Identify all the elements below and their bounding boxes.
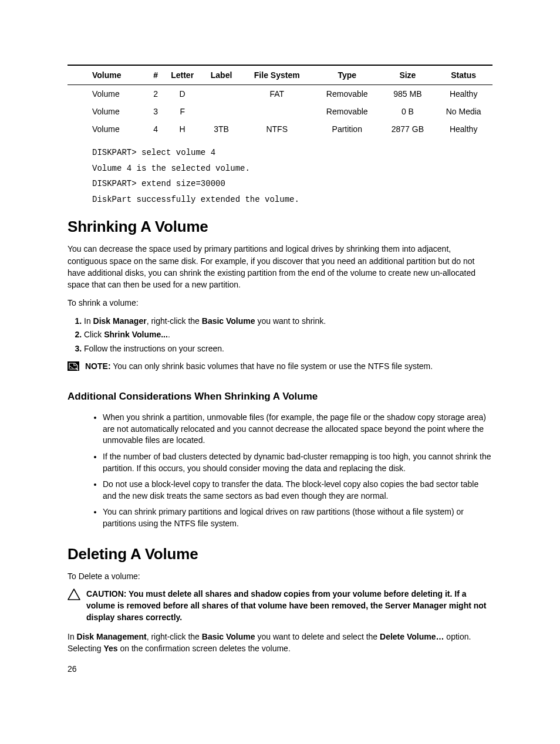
table-header-row: Volume # Letter Label File System Type S…: [68, 65, 492, 85]
step-3: Follow the instructions on your screen.: [84, 342, 492, 356]
delete-lead: To Delete a volume:: [68, 570, 492, 582]
list-item: You can shrink primary partitions and lo…: [103, 504, 492, 532]
caution-icon: [68, 589, 80, 600]
note-text: NOTE: You can only shrink basic volumes …: [85, 361, 433, 373]
list-item: If the number of bad clusters detected b…: [103, 449, 492, 476]
col-filesystem: File System: [240, 65, 313, 85]
heading-shrinking: Shrinking A Volume: [68, 218, 492, 236]
step-1: In Disk Manager, right-click the Basic V…: [84, 314, 492, 329]
caution: CAUTION: You must delete all shares and …: [68, 588, 492, 624]
table-row: Volume 3 F Removable 0 B No Media: [68, 103, 492, 120]
delete-para: In Disk Management, right-click the Basi…: [68, 631, 492, 655]
heading-deleting: Deleting A Volume: [68, 545, 492, 563]
step-2: Click Shrink Volume....: [84, 328, 492, 342]
caution-text: CAUTION: You must delete all shares and …: [86, 588, 492, 624]
shrink-intro: You can decrease the space used by prima…: [68, 243, 492, 290]
col-status: Status: [434, 65, 492, 85]
heading-additional: Additional Considerations When Shrinking…: [68, 391, 492, 403]
list-item: Do not use a block-level copy to transfe…: [103, 476, 492, 504]
table-row: Volume 2 D FAT Removable 985 MB Healthy: [68, 85, 492, 103]
col-number: #: [149, 65, 163, 85]
shrink-steps: In Disk Manager, right-click the Basic V…: [68, 314, 492, 356]
page: Volume # Letter Label File System Type S…: [0, 0, 560, 744]
shrink-lead: To shrink a volume:: [68, 297, 492, 309]
list-item: When you shrink a partition, unmovable f…: [103, 410, 492, 449]
col-volume: Volume: [68, 65, 149, 85]
col-letter: Letter: [163, 65, 203, 85]
diskpart-output: DISKPART> select volume 4 Volume 4 is th…: [92, 145, 492, 207]
volume-table: Volume # Letter Label File System Type S…: [68, 65, 492, 138]
col-size: Size: [380, 65, 434, 85]
table-row: Volume 4 H 3TB NTFS Partition 2877 GB He…: [68, 120, 492, 138]
page-number: 26: [68, 664, 77, 674]
col-label: Label: [203, 65, 241, 85]
note: NOTE: You can only shrink basic volumes …: [68, 361, 492, 373]
note-icon: [68, 361, 79, 371]
considerations-list: When you shrink a partition, unmovable f…: [68, 410, 492, 532]
col-type: Type: [313, 65, 380, 85]
